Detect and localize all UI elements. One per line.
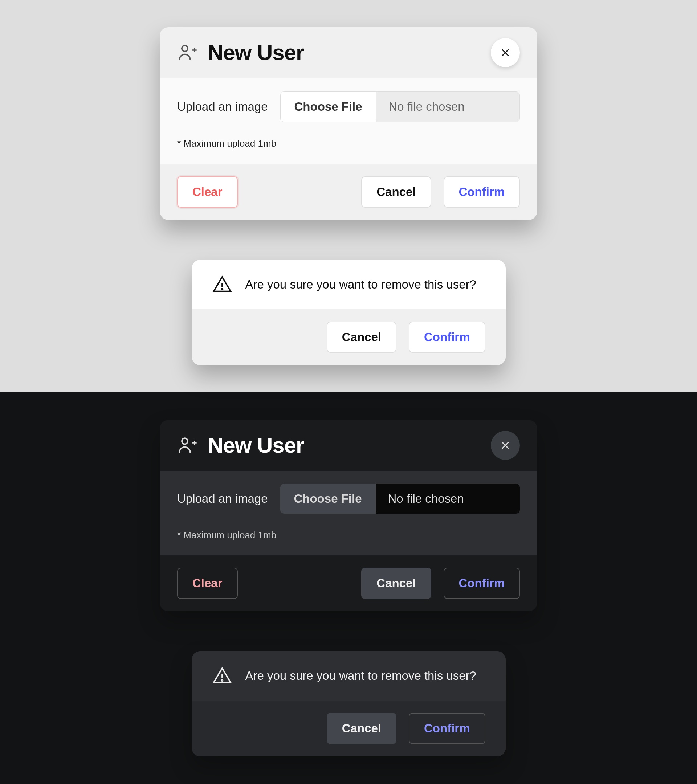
close-button[interactable] [491,431,520,460]
close-icon [500,440,511,451]
remove-user-dialog: Are you sure you want to remove this use… [192,260,506,365]
remove-user-dialog: Are you sure you want to remove this use… [192,651,506,756]
close-icon [500,47,511,58]
upload-row: Upload an image Choose File No file chos… [177,484,520,514]
upload-label: Upload an image [177,100,268,114]
dialog-body: Upload an image Choose File No file chos… [160,78,537,164]
confirm-footer: Cancel Confirm [192,700,506,756]
close-button[interactable] [491,38,520,67]
footer-actions: Cancel Confirm [361,568,520,599]
cancel-button[interactable]: Cancel [327,321,396,353]
confirm-body: Are you sure you want to remove this use… [192,651,506,700]
dark-theme-section: New User Upload an image Choose File No … [0,392,697,784]
header-title-group: New User [177,40,304,65]
svg-point-0 [182,45,188,51]
warning-icon [212,666,232,686]
dialog-footer: Clear Cancel Confirm [160,164,537,220]
svg-point-2 [182,438,188,444]
choose-file-button[interactable]: Choose File [281,92,376,122]
file-status: No file chosen [376,92,519,122]
cancel-button[interactable]: Cancel [327,713,396,744]
clear-button[interactable]: Clear [177,176,238,208]
new-user-dialog: New User Upload an image Choose File No … [160,27,537,220]
choose-file-button[interactable]: Choose File [280,484,376,514]
file-picker: Choose File No file chosen [280,91,520,122]
warning-icon [212,274,232,295]
confirm-button[interactable]: Confirm [409,713,485,744]
clear-button[interactable]: Clear [177,568,238,599]
dialog-footer: Clear Cancel Confirm [160,555,537,611]
svg-point-3 [221,680,222,681]
dialog-body: Upload an image Choose File No file chos… [160,471,537,555]
confirm-button[interactable]: Confirm [443,176,520,208]
upload-row: Upload an image Choose File No file chos… [177,91,520,122]
dialog-header: New User [160,27,537,78]
dialog-title: New User [208,40,304,65]
new-user-dialog: New User Upload an image Choose File No … [160,420,537,611]
upload-hint: * Maximum upload 1mb [177,530,520,541]
header-title-group: New User [177,433,304,458]
footer-actions: Cancel Confirm [361,176,520,208]
confirm-message: Are you sure you want to remove this use… [246,669,476,683]
upload-label: Upload an image [177,492,268,506]
confirm-button[interactable]: Confirm [409,321,485,353]
confirm-footer: Cancel Confirm [192,309,506,365]
svg-point-1 [221,288,222,290]
light-theme-section: New User Upload an image Choose File No … [0,0,697,392]
cancel-button[interactable]: Cancel [361,176,431,208]
confirm-button[interactable]: Confirm [443,568,520,599]
add-user-icon [177,435,198,456]
file-picker: Choose File No file chosen [280,484,520,514]
dialog-title: New User [208,433,304,458]
confirm-message: Are you sure you want to remove this use… [246,278,476,292]
dialog-header: New User [160,420,537,471]
confirm-body: Are you sure you want to remove this use… [192,260,506,309]
add-user-icon [177,43,198,63]
cancel-button[interactable]: Cancel [361,568,431,599]
upload-hint: * Maximum upload 1mb [177,138,520,149]
file-status: No file chosen [376,484,520,514]
